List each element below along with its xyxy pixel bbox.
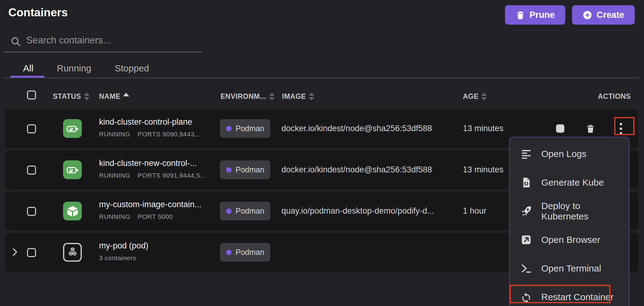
pod-containers-count: 3 containers (99, 254, 136, 262)
row-checkbox[interactable] (27, 248, 36, 257)
terminal-icon (520, 263, 532, 274)
environment-badge: Podman (220, 119, 270, 138)
container-state: RUNNING (99, 213, 130, 220)
container-name[interactable]: kind-cluster-new-control-... (99, 159, 206, 168)
cube-icon (66, 204, 79, 218)
toolbar: Prune Create (505, 5, 635, 25)
pod-name-block: my-pod (pod) 3 containers (99, 241, 149, 262)
ship-in-bottle-icon (66, 122, 79, 135)
sort-icons (269, 93, 275, 100)
row-checkbox[interactable] (27, 124, 36, 133)
stop-button[interactable] (553, 122, 567, 135)
stop-icon (556, 124, 564, 133)
container-ports: PORT 5000 (138, 213, 173, 220)
expand-chevron-icon[interactable] (9, 247, 20, 258)
search-icon (10, 36, 21, 47)
kebab-menu-button[interactable] (614, 122, 628, 135)
row-checkbox[interactable] (27, 207, 36, 216)
sort-icons (481, 93, 487, 100)
file-code-icon (520, 177, 532, 188)
container-name-block: kind-cluster-new-control-... RUNNING POR… (99, 159, 206, 179)
external-link-icon (520, 234, 532, 246)
search-bar (4, 31, 202, 52)
podman-dot-icon (226, 126, 232, 131)
container-status-icon (63, 202, 82, 220)
podman-dot-icon (226, 250, 232, 255)
page-title: Containers (8, 6, 68, 19)
podman-dot-icon (226, 167, 232, 173)
container-name-block: kind-cluster-control-plane RUNNING PORTS… (99, 117, 202, 138)
environment-badge: Podman (220, 160, 270, 179)
container-image: docker.io/kindest/node@sha256:53df588 (281, 124, 432, 133)
plus-circle-icon (582, 10, 592, 20)
environment-badge: Podman (220, 243, 270, 262)
column-header-image[interactable]: IMAGE (282, 92, 314, 101)
menu-item-open-logs[interactable]: Open Logs (510, 139, 629, 168)
tab-all[interactable]: All (23, 63, 33, 74)
create-button[interactable]: Create (572, 5, 635, 25)
menu-item-deploy-kubernetes[interactable]: Deploy to Kubernetes (510, 197, 629, 225)
menu-item-restart-container[interactable]: Restart Container (510, 283, 629, 306)
container-ports: PORTS 9090,9443,... (138, 131, 202, 138)
tab-running[interactable]: Running (57, 63, 91, 74)
row-context-menu: Open Logs Generate Kube Deploy to Kubern… (509, 137, 630, 306)
ship-in-bottle-icon (66, 163, 79, 177)
select-all-checkbox[interactable] (27, 91, 36, 99)
trash-icon (586, 124, 595, 134)
delete-button[interactable] (584, 122, 597, 135)
rocket-icon (520, 205, 532, 217)
container-age: 13 minutes (463, 124, 503, 133)
container-age: 1 hour (463, 206, 487, 216)
column-header-age[interactable]: AGE (463, 92, 487, 101)
filter-tabs: All Running Stopped (0, 63, 644, 79)
kind-status-icon (63, 160, 82, 179)
container-image: docker.io/kindest/node@sha256:53df588 (281, 165, 432, 175)
container-state: RUNNING (99, 172, 130, 179)
kebab-icon (620, 123, 622, 135)
trash-icon (515, 10, 525, 20)
row-checkbox[interactable] (27, 166, 36, 175)
menu-item-open-browser[interactable]: Open Browser (510, 225, 629, 254)
logs-icon (520, 148, 532, 160)
menu-item-open-terminal[interactable]: Open Terminal (510, 254, 629, 283)
container-name[interactable]: kind-cluster-control-plane (99, 117, 202, 127)
prune-button-label: Prune (530, 10, 555, 20)
sort-icons (84, 93, 89, 100)
container-image: quay.io/podman-desktop-demo/podify-d... (281, 206, 434, 216)
pod-cubes-icon (66, 246, 79, 259)
column-header-actions: ACTIONS (598, 92, 631, 101)
create-button-label: Create (597, 10, 624, 20)
restart-icon (520, 291, 532, 303)
column-header-environment[interactable]: ENVIRONM... (221, 92, 275, 101)
search-underline (4, 52, 202, 52)
column-header-status[interactable]: STATUS (53, 92, 89, 101)
table-header: STATUS NAME ENVIRONM... IMAGE AGE ACTION… (0, 89, 644, 107)
podman-dot-icon (226, 208, 232, 214)
sort-asc-icon (123, 93, 129, 96)
sort-icons (309, 93, 314, 100)
pod-status-icon (63, 243, 82, 262)
container-ports: PORTS 9091,9444,5... (138, 172, 206, 179)
prune-button[interactable]: Prune (505, 5, 565, 25)
container-state: RUNNING (99, 131, 130, 138)
container-name[interactable]: my-custom-image-contain... (99, 200, 201, 209)
column-header-name[interactable]: NAME (99, 92, 129, 101)
kind-status-icon (63, 119, 82, 138)
tab-stopped[interactable]: Stopped (115, 63, 149, 74)
environment-badge: Podman (220, 202, 270, 220)
container-name-block: my-custom-image-contain... RUNNING PORT … (99, 200, 201, 220)
menu-item-generate-kube[interactable]: Generate Kube (510, 168, 629, 197)
pod-name[interactable]: my-pod (pod) (99, 241, 149, 251)
search-input[interactable] (26, 31, 198, 50)
container-age: 13 minutes (463, 165, 503, 175)
tabs-divider (4, 78, 640, 78)
